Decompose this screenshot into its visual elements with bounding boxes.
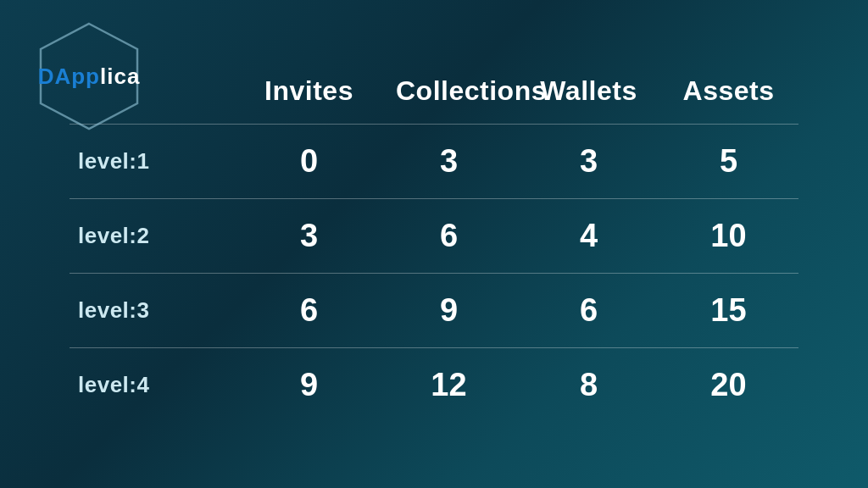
logo-text: DApplica (38, 64, 141, 90)
col-header-invites: Invites (239, 67, 379, 125)
col-header-assets: Assets (659, 67, 798, 125)
cell-wallets: 4 (519, 198, 659, 273)
logo-lica: lica (100, 64, 140, 89)
cell-invites: 9 (239, 347, 379, 422)
col-header-collections: Collections (379, 67, 519, 125)
cell-wallets: 6 (519, 273, 659, 347)
page-container: DApplica Invites Collections Wallets Ass… (0, 0, 868, 488)
logo-dapp: DApp (38, 64, 100, 89)
logo-area: DApplica (34, 17, 144, 136)
cell-collections: 9 (379, 273, 519, 347)
cell-invites: 3 (239, 198, 379, 273)
cell-assets: 20 (659, 347, 798, 422)
cell-level: level:3 (70, 273, 239, 347)
cell-assets: 15 (659, 273, 798, 347)
cell-invites: 0 (239, 124, 379, 198)
cell-assets: 5 (659, 124, 798, 198)
col-header-wallets: Wallets (519, 67, 659, 125)
table-row: level:4912820 (70, 347, 798, 422)
cell-collections: 12 (379, 347, 519, 422)
cell-collections: 3 (379, 124, 519, 198)
levels-table: Invites Collections Wallets Assets level… (70, 67, 798, 422)
cell-level: level:4 (70, 347, 239, 422)
table-row: level:236410 (70, 198, 798, 273)
cell-invites: 6 (239, 273, 379, 347)
cell-level: level:2 (70, 198, 239, 273)
table-row: level:369615 (70, 273, 798, 347)
table-wrapper: Invites Collections Wallets Assets level… (51, 0, 817, 488)
table-header-row: Invites Collections Wallets Assets (70, 67, 798, 125)
cell-assets: 10 (659, 198, 798, 273)
cell-wallets: 8 (519, 347, 659, 422)
logo-hexagon: DApplica (34, 17, 144, 136)
table-row: level:10335 (70, 124, 798, 198)
cell-wallets: 3 (519, 124, 659, 198)
table-body: level:10335level:236410level:369615level… (70, 124, 798, 422)
cell-collections: 6 (379, 198, 519, 273)
